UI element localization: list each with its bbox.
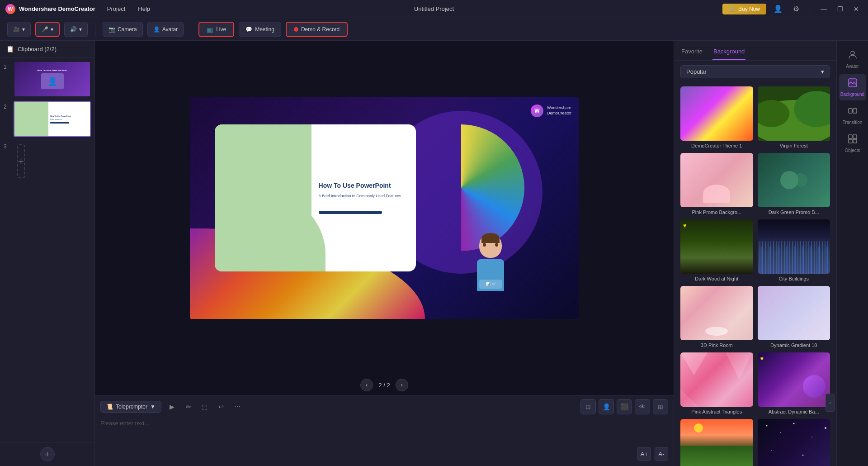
- bg-thumb-landscape[interactable]: [680, 419, 753, 466]
- mic-group: 🎤 ▾: [35, 22, 60, 37]
- minimize-button[interactable]: —: [817, 3, 830, 15]
- toolbar-divider-2: [191, 23, 191, 36]
- next-slide-button[interactable]: ›: [396, 379, 408, 391]
- avatar-ctrl-icon-1: 📊: [486, 282, 491, 286]
- meeting-button[interactable]: 💬 Meeting: [239, 22, 281, 37]
- tel-layout-4-button[interactable]: 👁: [635, 399, 650, 414]
- prev-slide-button[interactable]: ‹: [360, 379, 373, 391]
- divider: [810, 5, 810, 14]
- svg-rect-17: [849, 139, 852, 143]
- webcam-group: 🎥 ▾: [7, 22, 31, 37]
- bg-item-pink-abstract-triangles[interactable]: Pink Abstract Triangles: [680, 352, 753, 414]
- tel-more-button[interactable]: ⋯: [230, 399, 245, 414]
- settings-icon[interactable]: ⚙: [790, 3, 802, 15]
- tab-background[interactable]: Background: [712, 45, 745, 60]
- bg-item-dark-wood-night[interactable]: ♥ Dark Wood at Night: [680, 219, 753, 281]
- menu-help[interactable]: Help: [135, 4, 153, 14]
- slide2-title-text: How To Use PowerPoint: [50, 115, 88, 117]
- user-icon[interactable]: 👤: [772, 3, 784, 15]
- avatar-hair: [481, 233, 500, 243]
- bg-thumb-space[interactable]: [758, 419, 830, 466]
- slide-thumb-1[interactable]: Share Your Idea, Dazzle The World! 👤: [14, 61, 91, 97]
- tel-layout-3-button[interactable]: ⬛: [617, 399, 632, 414]
- slide-content-box: How To Use PowerPoint A Brief Introducti…: [215, 124, 416, 271]
- svg-rect-15: [849, 135, 852, 138]
- mic-button[interactable]: 🎤 ▾: [35, 22, 60, 37]
- bg-item-dynamic-gradient-10[interactable]: Dynamic Gradient 10: [758, 286, 830, 348]
- tel-frame-button[interactable]: ⬚: [198, 399, 212, 414]
- canvas-wrapper: How To Use PowerPoint A Brief Introducti…: [95, 41, 674, 375]
- buy-now-button[interactable]: 🛒 Buy Now: [722, 4, 766, 14]
- right-panel-main: Favorite Background Popular ▾ DemoCreato…: [674, 41, 836, 466]
- presentation-canvas: How To Use PowerPoint A Brief Introducti…: [190, 97, 579, 319]
- pink-triangles-svg: [680, 352, 753, 407]
- svg-rect-18: [853, 139, 857, 143]
- camera-button[interactable]: 📷 Camera: [103, 22, 143, 37]
- demo-record-label: Demo & Record: [301, 26, 340, 33]
- tab-favorite[interactable]: Favorite: [680, 45, 703, 60]
- tel-edit-button[interactable]: ✏: [181, 399, 196, 414]
- bg-thumb-dynamic-gradient-10[interactable]: [758, 286, 830, 340]
- webcam-button[interactable]: 🎥 ▾: [7, 22, 31, 37]
- mic-icon: 🎤: [42, 26, 48, 33]
- side-icon-avatar[interactable]: Avatar: [839, 46, 866, 72]
- add-circle-icon: +: [45, 450, 50, 459]
- font-decrease-button[interactable]: A-: [655, 447, 668, 461]
- maximize-button[interactable]: ❐: [834, 3, 846, 15]
- slide2-bar: [50, 122, 69, 124]
- bg-item-virgin-forest[interactable]: Virgin Forest: [758, 86, 830, 148]
- live-button[interactable]: 📺 Live: [198, 22, 234, 37]
- slide-item-1[interactable]: 1 Share Your Idea, Dazzle The World! 👤: [4, 61, 91, 97]
- right-panel-tabs: Favorite Background: [674, 41, 836, 61]
- tel-return-button[interactable]: ↩: [214, 399, 228, 414]
- avatar-button[interactable]: 👤 Avatar: [147, 22, 184, 37]
- bg-thumb-pink-abstract-triangles[interactable]: [680, 352, 753, 407]
- bg-thumb-democreator-theme-1[interactable]: [680, 86, 753, 141]
- bg-thumb-pink-promo[interactable]: [680, 153, 753, 207]
- svg-point-5: [793, 423, 794, 424]
- bg-thumb-3d-pink-room[interactable]: [680, 286, 753, 340]
- bg-item-abstract-dynamic[interactable]: ♥ Abstract Dynamic Ba...: [758, 352, 830, 414]
- bg-item-dark-green-promo[interactable]: Dark Green Promo B...: [758, 153, 830, 215]
- tel-layout-1-button[interactable]: ⊡: [580, 399, 596, 414]
- slides-list: 1 Share Your Idea, Dazzle The World! 👤 2: [0, 57, 94, 442]
- side-icon-objects[interactable]: Objects: [839, 130, 866, 157]
- bg-item-space[interactable]: Space: [758, 419, 830, 466]
- wd-logo-overlay: W Wondershare DemoCreator: [531, 105, 571, 117]
- side-icon-background[interactable]: Background: [839, 74, 866, 100]
- add-circle-button[interactable]: +: [40, 447, 55, 461]
- bg-thumb-virgin-forest[interactable]: [758, 86, 830, 141]
- teleprompter-dropdown[interactable]: 📜 Teleprompter ▼: [100, 401, 161, 413]
- bg-item-democreator-theme-1[interactable]: DemoCreator Theme 1: [680, 86, 753, 148]
- add-slide-button[interactable]: +: [17, 144, 25, 178]
- tel-layout-2-button[interactable]: 👤: [599, 399, 614, 414]
- bg-thumb-city-buildings[interactable]: [758, 219, 830, 274]
- bg-item-city-buildings[interactable]: City Buildings: [758, 219, 830, 281]
- bg-thumb-dark-wood-night[interactable]: ♥: [680, 219, 753, 274]
- bg-thumb-abstract-dynamic[interactable]: ♥: [758, 352, 830, 407]
- dropdown-arrow: ▾: [22, 26, 25, 33]
- bg-item-pink-promo[interactable]: Pink Promo Backgro...: [680, 153, 753, 215]
- transition-side-icon: [848, 106, 858, 118]
- slide2-green-section: [14, 102, 48, 136]
- close-button[interactable]: ✕: [850, 3, 863, 15]
- avatar-icon: 👤: [153, 26, 160, 33]
- mic-dropdown-arrow: ▾: [51, 26, 53, 33]
- filter-dropdown[interactable]: Popular ▾: [680, 65, 830, 78]
- menu-project[interactable]: Project: [104, 4, 128, 14]
- speaker-button[interactable]: 🔊 ▾: [64, 22, 88, 37]
- slide-item-2[interactable]: 2 How To Use PowerPoint A Brief Introduc…: [4, 101, 91, 137]
- bg-item-3d-pink-room[interactable]: 3D Pink Room: [680, 286, 753, 348]
- backgrounds-grid: DemoCreator Theme 1 Virgin Forest Pink P…: [674, 83, 836, 466]
- bg-thumb-dark-green-promo[interactable]: [758, 153, 830, 207]
- tel-play-button[interactable]: ▶: [165, 399, 179, 414]
- teleprompter-text-area[interactable]: Please enter text...: [100, 418, 668, 445]
- side-icon-transition[interactable]: Transition: [839, 102, 866, 128]
- font-increase-button[interactable]: A+: [637, 447, 651, 461]
- slide-thumb-2[interactable]: How To Use PowerPoint A Brief Introducti…: [14, 101, 91, 137]
- demo-record-button[interactable]: Demo & Record: [286, 22, 348, 37]
- teleprompter-placeholder: Please enter text...: [100, 420, 149, 427]
- scroll-more-button[interactable]: ›: [826, 394, 835, 412]
- tel-layout-5-button[interactable]: ⊞: [653, 399, 668, 414]
- bg-item-landscape[interactable]: Landscape: [680, 419, 753, 466]
